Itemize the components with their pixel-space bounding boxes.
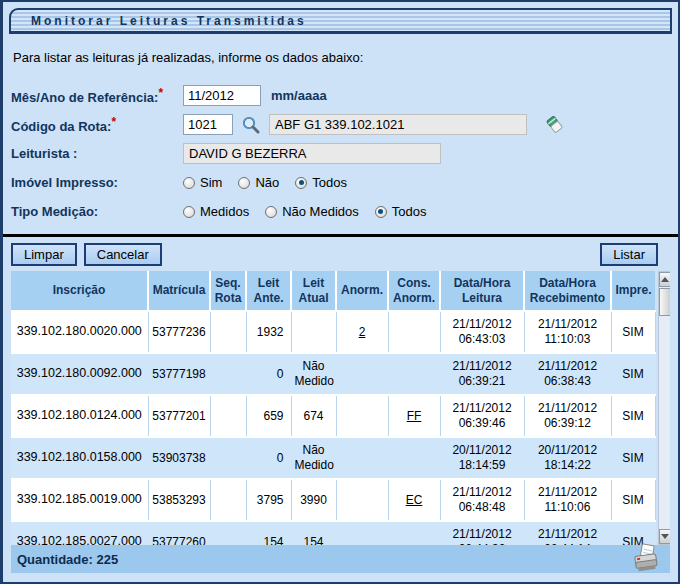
cell-leit-ante: 154 — [246, 521, 291, 545]
radio-imovel-nao-label: Não — [255, 175, 279, 190]
cell-inscricao: 339.102.185.0019.000 — [11, 479, 148, 521]
cell-anorm — [336, 521, 388, 545]
quantidade-text: Quantidade: 225 — [17, 552, 118, 567]
mes-ano-input[interactable] — [183, 85, 261, 106]
radio-medicao-todos[interactable] — [375, 206, 387, 218]
col-header-anorm: Anorm. — [336, 271, 388, 311]
col-header-leit-atual: Leit Atual — [291, 271, 336, 311]
cell-anorm — [336, 479, 388, 521]
eraser-icon[interactable] — [543, 113, 567, 137]
cell-leit-ante: 1932 — [246, 311, 291, 353]
radio-imovel-sim-label: Sim — [200, 175, 222, 190]
cell-matricula: 53777201 — [148, 395, 210, 437]
cell-matricula: 53777236 — [148, 311, 210, 353]
radio-medicao-nao-medidos[interactable] — [265, 206, 277, 218]
table-header-row: Inscrição Matrícula Seq. Rota Leit Ante.… — [11, 271, 655, 311]
codigo-rota-input[interactable] — [183, 114, 233, 135]
cancelar-button[interactable]: Cancelar — [84, 243, 162, 266]
col-header-data-hora-recebimento: Data/Hora Recebimento — [524, 271, 611, 311]
cell-inscricao: 339.102.180.0158.000 — [11, 437, 148, 479]
cell-data-hora-leitura: 21/11/2012 06:43:03 — [440, 311, 524, 353]
cell-leit-atual: Não Medido — [291, 353, 336, 395]
cell-impre: SIM — [611, 479, 655, 521]
cell-seq-rota — [210, 395, 246, 437]
anorm-link[interactable]: 2 — [359, 325, 366, 339]
cell-data-hora-leitura: 20/11/2012 18:14:59 — [440, 437, 524, 479]
cell-inscricao: 339.102.185.0027.000 — [11, 521, 148, 545]
cell-leit-atual: Não Medido — [291, 437, 336, 479]
codigo-rota-label: Código da Rota:* — [11, 115, 183, 134]
limpar-button[interactable]: Limpar — [11, 243, 77, 266]
cell-data-hora-recebimento: 21/11/2012 11:10:03 — [524, 311, 611, 353]
cell-inscricao: 339.102.180.0092.000 — [11, 353, 148, 395]
col-header-matricula: Matrícula — [148, 271, 210, 311]
cell-anorm — [336, 395, 388, 437]
form-row-imovel-impresso: Imóvel Impresso: Sim Não Todos — [11, 168, 670, 197]
cell-seq-rota — [210, 479, 246, 521]
form-row-codigo-rota: Código da Rota:* ABF G1 339.102.1021 — [11, 110, 670, 139]
radio-imovel-nao[interactable] — [238, 177, 250, 189]
cell-matricula: 53903738 — [148, 437, 210, 479]
cell-data-hora-leitura: 21/11/2012 06:44:32 — [440, 521, 524, 545]
printer-icon[interactable] — [630, 542, 662, 578]
page-title: Monitorar Leituras Transmitidas — [31, 14, 307, 28]
radio-medicao-medidos-label: Medidos — [200, 204, 249, 219]
radio-medicao-todos-label: Todos — [392, 204, 427, 219]
imovel-impresso-label: Imóvel Impresso: — [11, 175, 183, 190]
cell-anorm — [336, 353, 388, 395]
radio-imovel-sim[interactable] — [183, 177, 195, 189]
leiturista-label: Leiturista : — [11, 146, 183, 161]
cell-seq-rota — [210, 353, 246, 395]
form-row-tipo-medicao: Tipo Medição: Medidos Não Medidos Todos — [11, 197, 670, 226]
cons-anorm-link[interactable]: FF — [407, 409, 422, 423]
cell-cons-anorm — [388, 521, 440, 545]
col-header-inscricao: Inscrição — [11, 271, 148, 311]
tipo-medicao-radio-group: Medidos Não Medidos Todos — [183, 204, 442, 219]
form-row-mes-ano: Mês/Ano de Referência:* mm/aaaa — [11, 81, 670, 110]
cell-impre: SIM — [611, 311, 655, 353]
cell-impre: SIM — [611, 437, 655, 479]
cell-leit-ante: 0 — [246, 437, 291, 479]
cell-leit-atual — [291, 311, 336, 353]
col-header-cons-anorm: Cons. Anorm. — [388, 271, 440, 311]
cell-matricula: 53853293 — [148, 479, 210, 521]
cell-cons-anorm — [388, 437, 440, 479]
col-header-data-hora-leitura: Data/Hora Leitura — [440, 271, 524, 311]
quantity-footer-bar: Quantidade: 225 — [11, 545, 670, 573]
cell-matricula: 53777260 — [148, 521, 210, 545]
cell-leit-atual: 154 — [291, 521, 336, 545]
col-header-seq-rota: Seq. Rota — [210, 271, 246, 311]
cell-data-hora-recebimento: 21/11/2012 06:39:12 — [524, 395, 611, 437]
form-divider — [3, 234, 678, 237]
table-row: 339.102.185.0019.000 53853293 3795 3990 … — [11, 479, 655, 521]
intro-text: Para listar as leituras já realizadas, i… — [13, 50, 668, 65]
search-icon[interactable] — [239, 113, 263, 137]
action-buttons-row: Limpar Cancelar Listar — [11, 243, 670, 266]
cell-cons-anorm — [388, 353, 440, 395]
tipo-medicao-label: Tipo Medição: — [11, 204, 183, 219]
scroll-up-icon[interactable] — [659, 272, 671, 287]
leiturista-field: DAVID G BEZERRA — [183, 143, 441, 164]
required-asterisk: * — [158, 86, 163, 100]
cell-inscricao: 339.102.180.0020.000 — [11, 311, 148, 353]
cons-anorm-link[interactable]: EC — [406, 493, 423, 507]
cell-seq-rota — [210, 311, 246, 353]
cell-data-hora-leitura: 21/11/2012 06:39:46 — [440, 395, 524, 437]
cell-impre: SIM — [611, 395, 655, 437]
col-header-leit-ante: Leit Ante. — [246, 271, 291, 311]
table-scrollbar[interactable] — [658, 271, 671, 545]
col-header-impre: Impre. — [611, 271, 655, 311]
listar-button[interactable]: Listar — [600, 243, 658, 266]
radio-medicao-medidos[interactable] — [183, 206, 195, 218]
scrollbar-thumb[interactable] — [659, 288, 671, 316]
results-table-area: Inscrição Matrícula Seq. Rota Leit Ante.… — [11, 271, 670, 545]
cell-leit-ante: 0 — [246, 353, 291, 395]
cell-impre: SIM — [611, 353, 655, 395]
cell-leit-atual: 3990 — [291, 479, 336, 521]
cell-matricula: 53777198 — [148, 353, 210, 395]
table-row: 339.102.185.0027.000 53777260 154 154 21… — [11, 521, 655, 545]
cell-data-hora-recebimento: 21/11/2012 06:38:43 — [524, 353, 611, 395]
form-row-leiturista: Leiturista : DAVID G BEZERRA — [11, 139, 670, 168]
cell-data-hora-recebimento: 20/11/2012 18:14:22 — [524, 437, 611, 479]
radio-imovel-todos[interactable] — [295, 177, 307, 189]
